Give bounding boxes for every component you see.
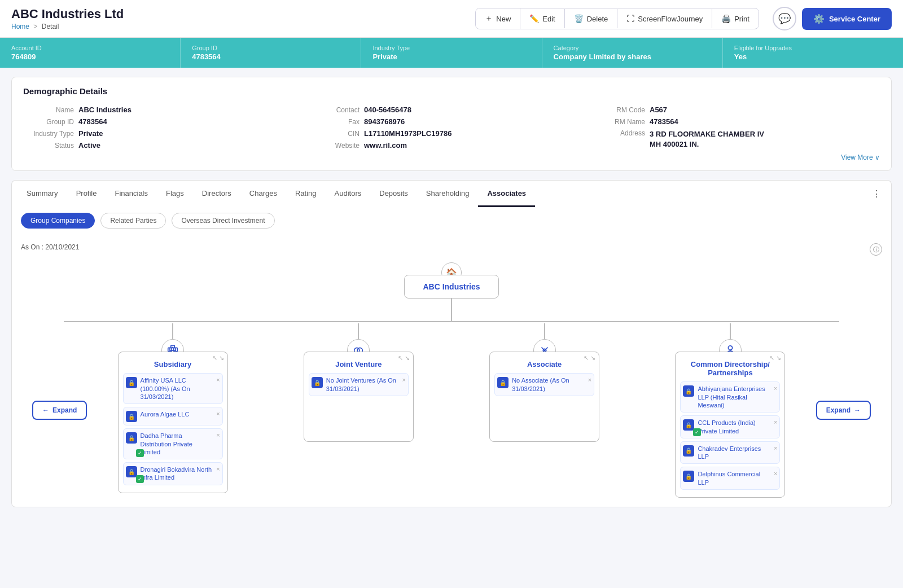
expand-arrows-2[interactable]: ↖ ↘ (584, 354, 595, 362)
tab-financials[interactable]: Financials (106, 181, 157, 207)
sub-tab-related-parties[interactable]: Related Parties (100, 213, 166, 229)
fax-lbl: Fax (309, 118, 360, 126)
rm-code-row: RM Code A567 (594, 104, 880, 116)
demographic-card: Demographic Details Name ABC Industries … (11, 77, 892, 171)
company-item-name: Dadha Pharma Distribution Private Limite… (141, 432, 213, 456)
company-item[interactable]: 🔒Chakradev Enterprises LLP× (680, 441, 780, 464)
lock-icon: 🔒 (126, 432, 137, 444)
group-id-val: 4783564 (78, 117, 107, 126)
company-item[interactable]: 🔒Delphinus Commercial LLP× (680, 467, 780, 490)
company-item-close[interactable]: × (216, 410, 220, 417)
status-lbl: Status (23, 142, 74, 150)
group-id-row: Group ID 4783564 (23, 116, 309, 128)
view-more-link[interactable]: View More ∨ (23, 153, 880, 161)
company-item[interactable]: 🔒Aurora Algae LLC× (123, 407, 223, 425)
rm-name-row: RM Name 4783564 (594, 116, 880, 128)
company-item[interactable]: 🔒CCL Products (India) Private Limited×✓ (680, 415, 780, 438)
edit-button[interactable]: ✏️ Edit (520, 9, 564, 28)
category-title-2: Associate (494, 360, 594, 368)
company-item[interactable]: 🔒Abhiyanjana Enterprises LLP (Hital Rasi… (680, 381, 780, 413)
tab-auditors[interactable]: Auditors (326, 181, 371, 207)
chat-button[interactable]: 💬 (773, 7, 796, 30)
tab-rating[interactable]: Rating (286, 181, 326, 207)
company-item-close[interactable]: × (216, 432, 220, 438)
demographic-title: Demographic Details (23, 86, 880, 96)
root-company-name: ABC Industries (423, 282, 480, 291)
sub-tab-group-companies[interactable]: Group Companies (21, 213, 95, 229)
arrow-left-icon: ← (42, 406, 49, 414)
gear-icon: ⚙️ (813, 14, 825, 24)
company-item-close[interactable]: × (774, 419, 777, 425)
breadcrumb-home[interactable]: Home (11, 23, 29, 30)
info-industry-type: Industry Type Private (361, 38, 542, 68)
delete-button[interactable]: 🗑️ Delete (565, 9, 618, 28)
category-label: Category (554, 45, 711, 51)
tab-deposits[interactable]: Deposits (370, 181, 417, 207)
top-header: ABC Industries Ltd Home > Detail ＋ New ✏… (0, 0, 903, 38)
name-value: ABC Industries (78, 106, 131, 114)
company-title: ABC Industries Ltd (11, 7, 124, 21)
company-item-close[interactable]: × (774, 385, 777, 392)
info-circle-button[interactable]: ⓘ (870, 243, 882, 256)
associates-content: As On : 20/10/2021 ⓘ 🏠 ABC Industries (11, 234, 892, 507)
company-item-name: Delphinus Commercial LLP (698, 470, 770, 486)
industry-lbl: Industry Type (23, 130, 74, 138)
expand-arrows-0[interactable]: ↖ ↘ (212, 354, 224, 362)
info-category: Category Company Limited by shares (542, 38, 723, 68)
company-item-close[interactable]: × (216, 466, 220, 472)
expand-arrows-1[interactable]: ↖ ↘ (398, 354, 410, 362)
check-icon: ✓ (136, 475, 144, 483)
tab-profile[interactable]: Profile (67, 181, 106, 207)
category-node-1: ↖ ↘Joint Venture🔒No Joint Ventures (As O… (304, 352, 414, 442)
tab-associates[interactable]: Associates (478, 181, 535, 207)
name-label: Name (23, 106, 74, 114)
company-item-close[interactable]: × (774, 445, 777, 451)
screenflow-button[interactable]: ⛶ ScreenFlowJourney (617, 9, 712, 28)
expand-right-button[interactable]: Expand → (816, 401, 871, 420)
rm-name-val: 4783564 (650, 117, 678, 126)
breadcrumb-current: Detail (42, 23, 59, 30)
website-row: Website www.ril.com (309, 139, 594, 151)
check-icon: ✓ (693, 428, 701, 436)
tab-summary[interactable]: Summary (17, 181, 67, 207)
tab-charges[interactable]: Charges (240, 181, 286, 207)
tab-directors[interactable]: Directors (193, 181, 240, 207)
company-item-close[interactable]: × (216, 376, 220, 383)
industry-row: Industry Type Private (23, 128, 309, 139)
tab-more-button[interactable]: ⋮ (867, 181, 886, 207)
tree-container: 🏠 ABC Industries ← Expand ↖ ↘Subsidiar (21, 260, 882, 498)
service-center-button[interactable]: ⚙️ Service Center (802, 8, 892, 30)
category-node-3: ↖ ↘Common Directorship/ Partnerships🔒Abh… (675, 352, 785, 498)
company-item[interactable]: 🔒Affinity USA LLC (100.00%) (As On 31/03… (123, 373, 223, 404)
industry-val: Private (78, 129, 103, 138)
category-node-2: ↖ ↘Associate🔒No Associate (As On 31/03/2… (489, 352, 599, 442)
company-item[interactable]: 🔒No Joint Ventures (As On 31/03/2021)× (309, 373, 409, 396)
account-id-value: 764809 (11, 52, 169, 61)
chat-icon: 💬 (778, 12, 791, 25)
lock-icon: 🔒 (312, 377, 323, 388)
new-button[interactable]: ＋ New (476, 8, 520, 29)
company-item-close[interactable]: × (774, 470, 777, 477)
address-lbl: Address (594, 129, 645, 137)
expand-left-button[interactable]: ← Expand (32, 401, 87, 420)
industry-type-label: Industry Type (372, 45, 530, 51)
company-item-close[interactable]: × (402, 376, 405, 383)
tab-shareholding[interactable]: Shareholding (417, 181, 479, 207)
right-buttons: 💬 ⚙️ Service Center (773, 7, 892, 30)
company-item-close[interactable]: × (588, 376, 591, 383)
company-item[interactable]: 🔒Dadha Pharma Distribution Private Limit… (123, 428, 223, 459)
expand-arrows-3[interactable]: ↖ ↘ (769, 354, 781, 362)
name-row: Name ABC Industries (23, 104, 309, 116)
category-value: Company Limited by shares (554, 52, 711, 61)
child-connector-v-3 (730, 323, 731, 339)
lock-icon: 🔒 (683, 445, 694, 457)
lock-icon: 🔒 (683, 419, 694, 431)
sub-tab-overseas-direct-investment[interactable]: Overseas Direct Investment (172, 213, 274, 229)
print-button[interactable]: 🖨️ Print (712, 9, 759, 28)
tab-flags[interactable]: Flags (157, 181, 193, 207)
company-item[interactable]: 🔒No Associate (As On 31/03/2021)× (494, 373, 594, 396)
company-item[interactable]: 🔒Dronagiri Bokadvira North Infra Limited… (123, 462, 223, 485)
category-title-0: Subsidiary (123, 360, 223, 368)
child-connector-v-1 (358, 323, 359, 339)
lock-icon: 🔒 (126, 377, 137, 388)
